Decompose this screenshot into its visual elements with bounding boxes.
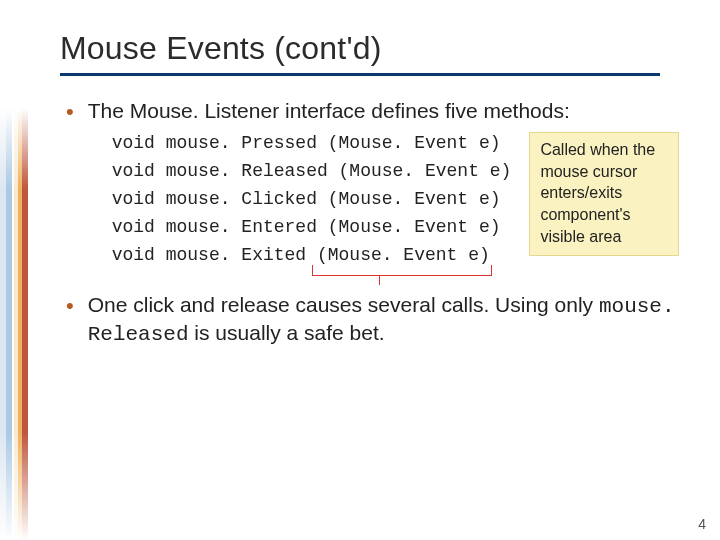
slide-title: Mouse Events (cont'd) — [60, 30, 690, 67]
method-entered: void mouse. Entered (Mouse. Event e) — [112, 214, 512, 242]
bullet-2-lead: One click and release causes several cal… — [88, 293, 599, 316]
left-accent-stripe — [0, 0, 36, 540]
bullet-1-text: The Mouse. Listener interface defines fi… — [88, 99, 570, 122]
method-released: void mouse. Released (Mouse. Event e) — [112, 158, 512, 186]
bullet-item-1: • The Mouse. Listener interface defines … — [60, 98, 690, 274]
page-number: 4 — [698, 516, 706, 532]
slide-content: Mouse Events (cont'd) • The Mouse. Liste… — [60, 30, 690, 510]
bullet-2-text: One click and release causes several cal… — [88, 292, 690, 349]
method-list: void mouse. Pressed (Mouse. Event e) voi… — [112, 130, 512, 269]
pointer-bracket — [312, 265, 492, 276]
callout-box: Called when the mouse cursor enters/exit… — [529, 132, 679, 256]
bullet-item-2: • One click and release causes several c… — [60, 292, 690, 349]
bullet-dot: • — [66, 294, 74, 349]
method-pressed: void mouse. Pressed (Mouse. Event e) — [112, 130, 512, 158]
bullet-dot: • — [66, 100, 74, 274]
title-underline — [60, 73, 660, 76]
bullet-2-tail: is usually a safe bet. — [189, 321, 385, 344]
method-clicked: void mouse. Clicked (Mouse. Event e) — [112, 186, 512, 214]
